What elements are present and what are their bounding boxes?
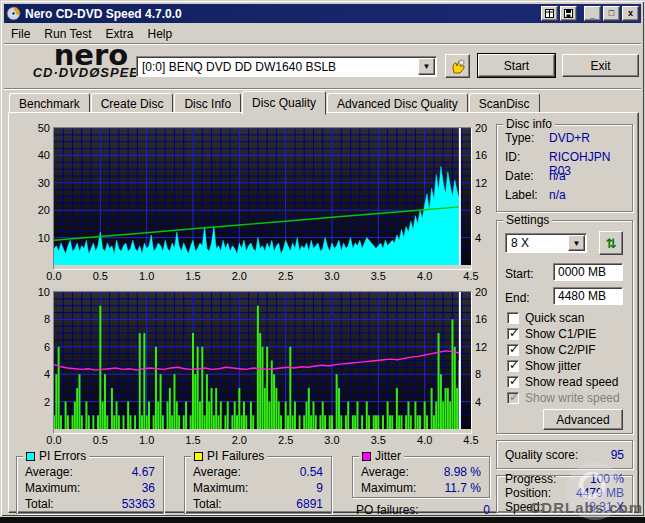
tab-disc-info[interactable]: Disc Info [174, 93, 241, 113]
screen: Nero CD-DVD Speed 4.7.0.0 _ □ x File Run… [0, 0, 645, 523]
y-axis-tick-right: 4 [475, 232, 481, 244]
quality-score-value: 95 [611, 448, 624, 462]
drive-dropdown-arrow-icon[interactable]: ▼ [418, 58, 435, 75]
pi-errors-panel: PI Errors Average:4.67 Maximum:36 Total:… [16, 456, 164, 514]
y-axis-tick-left: 10 [24, 286, 50, 298]
x-axis-tick: 0.5 [93, 434, 108, 446]
minimize-button[interactable]: _ [584, 6, 601, 21]
x-axis-tick: 0.0 [46, 270, 61, 282]
disc-info-panel: Disc info Type:DVD+R ID:RICOHJPN R03 Dat… [496, 124, 633, 212]
check-icon: ✓ [509, 374, 519, 388]
y-axis-tick-left: 4 [24, 368, 50, 380]
disc-quality-page: 5040302010 20161284 0.00.51.01.52.02.53.… [8, 112, 639, 513]
y-axis-tick-right: 16 [475, 313, 487, 325]
pi-failures-chart: 108642 20161284 0.00.51.01.52.02.53.03.5… [16, 286, 494, 458]
app-icon [6, 6, 21, 21]
jitter-title: Jitter [375, 449, 401, 463]
title-bar[interactable]: Nero CD-DVD Speed 4.7.0.0 _ □ x [4, 4, 641, 23]
x-axis-tick: 1.0 [139, 270, 154, 282]
x-axis-tick: 2.0 [232, 270, 247, 282]
x-axis-tick: 4.5 [463, 434, 478, 446]
speed-select-value: 8 X [506, 236, 567, 250]
checkbox-show-c1-pie[interactable]: ✓Show C1/PIE [507, 327, 596, 341]
x-axis-tick: 3.5 [371, 270, 386, 282]
tab-scandisc[interactable]: ScanDisc [469, 93, 540, 113]
settings-panel: Settings 8 X ▼ ⇅ Start: 0000 MB End: 448… [496, 220, 633, 434]
y-axis-tick-left: 10 [24, 232, 50, 244]
start-field[interactable]: 0000 MB [553, 263, 623, 281]
pi-failures-panel: PI Failures Average:0.54 Maximum:9 Total… [184, 456, 332, 514]
y-axis-tick-left: 50 [24, 122, 50, 134]
menu-file[interactable]: File [4, 25, 37, 43]
checkbox-show-jitter[interactable]: ✓Show jitter [507, 359, 581, 373]
check-icon: ✓ [509, 358, 519, 372]
check-icon: ✓ [509, 326, 519, 340]
x-axis-tick: 3.0 [324, 434, 339, 446]
pi-errors-swatch-icon [26, 452, 35, 461]
quality-score-label: Quality score: [505, 448, 578, 462]
y-axis-tick-left: 2 [24, 396, 50, 408]
tab-strip: Benchmark Create Disc Disc Info Disc Qua… [9, 91, 636, 113]
x-axis-tick: 2.5 [278, 434, 293, 446]
window-title: Nero CD-DVD Speed 4.7.0.0 [25, 7, 539, 21]
report-button[interactable] [541, 6, 558, 21]
tab-advanced-disc-quality[interactable]: Advanced Disc Quality [327, 93, 468, 113]
app-window: Nero CD-DVD Speed 4.7.0.0 _ □ x File Run… [0, 0, 645, 517]
checkbox-show-read-speed[interactable]: ✓Show read speed [507, 375, 618, 389]
po-failures-row: PO failures:0 [356, 503, 490, 517]
pi-failures-title: PI Failures [207, 449, 264, 463]
eject-button[interactable] [445, 54, 470, 78]
advanced-button[interactable]: Advanced [543, 409, 623, 430]
x-axis-tick: 2.5 [278, 270, 293, 282]
refresh-button[interactable]: ⇅ [599, 231, 623, 255]
y-axis-tick-right: 8 [475, 368, 481, 380]
report-icon [545, 9, 554, 18]
y-axis-tick-left: 40 [24, 149, 50, 161]
speed-select[interactable]: 8 X ▼ [505, 233, 587, 253]
quality-score-panel: Quality score:95 [496, 440, 633, 469]
y-axis-tick-right: 12 [475, 341, 487, 353]
menu-help[interactable]: Help [141, 25, 180, 43]
tab-disc-quality[interactable]: Disc Quality [242, 91, 326, 115]
exit-button[interactable]: Exit [562, 54, 639, 77]
x-axis-tick: 3.0 [324, 270, 339, 282]
pi-failures-plot [54, 292, 471, 429]
maximize-button[interactable]: □ [603, 6, 620, 21]
y-axis-tick-right: 8 [475, 204, 481, 216]
save-icon [564, 9, 573, 18]
x-axis-tick: 0.5 [93, 270, 108, 282]
drive-select[interactable]: [0:0] BENQ DVD DD DW1640 BSLB ▼ [136, 56, 437, 77]
y-axis-tick-right: 20 [475, 122, 487, 134]
x-axis-tick: 4.0 [417, 270, 432, 282]
cdrlabs-watermark: CDRLabs.com [529, 499, 643, 516]
end-field[interactable]: 4480 MB [553, 287, 623, 305]
y-axis-tick-right: 16 [475, 149, 487, 161]
start-button[interactable]: Start [478, 54, 555, 77]
x-axis-tick: 1.5 [185, 434, 200, 446]
x-axis-tick: 3.5 [371, 434, 386, 446]
drive-select-value: [0:0] BENQ DVD DD DW1640 BSLB [137, 60, 417, 74]
refresh-icon: ⇅ [606, 236, 617, 251]
checkbox-show-write-speed[interactable]: ✓Show write speed [507, 391, 620, 405]
x-axis-tick: 1.5 [185, 270, 200, 282]
y-axis-tick-left: 30 [24, 177, 50, 189]
hand-disc-icon [450, 58, 466, 74]
tab-create-disc[interactable]: Create Disc [91, 93, 174, 113]
settings-title: Settings [503, 213, 552, 227]
y-axis-tick-left: 20 [24, 204, 50, 216]
close-button[interactable]: x [622, 6, 639, 21]
save-button[interactable] [560, 6, 577, 21]
maximize-icon: □ [609, 9, 614, 18]
tab-benchmark[interactable]: Benchmark [9, 93, 90, 113]
pi-errors-chart: 5040302010 20161284 0.00.51.01.52.02.53.… [16, 122, 494, 294]
jitter-panel: Jitter Average:8.98 % Maximum:11.7 % [352, 456, 490, 498]
x-axis-tick: 4.0 [417, 434, 432, 446]
pi-errors-title: PI Errors [39, 449, 86, 463]
checkbox-show-c2-pif[interactable]: ✓Show C2/PIF [507, 343, 596, 357]
checkbox-quick-scan[interactable]: Quick scan [507, 311, 584, 325]
jitter-swatch-icon [362, 452, 371, 461]
pi-failures-swatch-icon [194, 452, 203, 461]
x-axis-tick: 0.0 [46, 434, 61, 446]
speed-dropdown-arrow-icon[interactable]: ▼ [568, 235, 585, 251]
header-separator [4, 88, 641, 90]
